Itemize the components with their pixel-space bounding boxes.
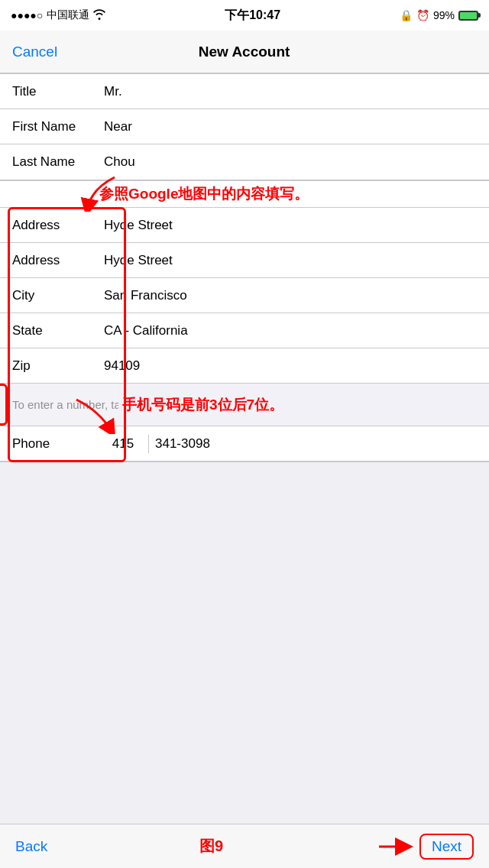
status-bar: ●●●●○ 中国联通 下午10:47 🔒 ⏰ 99%: [0, 0, 489, 31]
form-section-basic: Title Mr. First Name Near Last Name Chou: [0, 73, 489, 180]
bottom-bar: Back 图9 Next: [0, 824, 489, 868]
signal-dots: ●●●●○: [11, 9, 43, 21]
carrier: 中国联通: [47, 8, 89, 22]
battery-icon: [458, 11, 478, 21]
next-button[interactable]: Next: [419, 834, 474, 860]
status-right: 🔒 ⏰ 99%: [400, 9, 478, 21]
address2-row[interactable]: Address Hyde Street: [0, 243, 489, 278]
state-label: State: [12, 323, 104, 338]
zip-label: Zip: [12, 358, 104, 374]
phone-number: 341-3098: [155, 436, 210, 452]
google-maps-annotation: 参照Google地图中的内容填写。: [99, 186, 309, 202]
phone-label: Phone: [12, 436, 104, 452]
nav-title: New Account: [199, 44, 290, 60]
city-value: San Francisco: [104, 288, 477, 303]
address-section: Address Hyde Street Address Hyde Street …: [0, 207, 489, 462]
firstname-value: Near: [104, 119, 477, 134]
city-row[interactable]: City San Francisco: [0, 278, 489, 313]
lastname-row[interactable]: Last Name Chou: [0, 144, 489, 180]
lastname-label: Last Name: [12, 154, 104, 170]
status-time: 下午10:47: [225, 8, 280, 24]
phone-divider: [148, 435, 149, 453]
arrow-next: [375, 835, 413, 858]
firstname-row[interactable]: First Name Near: [0, 109, 489, 144]
state-row[interactable]: State CA - California: [0, 313, 489, 348]
phone-annotation: 手机号码是前3位后7位。: [122, 395, 283, 415]
address2-value: Hyde Street: [104, 253, 477, 268]
title-row[interactable]: Title Mr.: [0, 74, 489, 109]
title-label: Title: [12, 84, 104, 99]
nav-bar: Cancel New Account: [0, 31, 489, 73]
phone-row[interactable]: Phone 415 341-3098: [0, 426, 489, 462]
figure-label: 图9: [199, 836, 223, 857]
battery-percent: 99%: [433, 9, 455, 21]
phone-area-code: 415: [104, 436, 142, 452]
cancel-button[interactable]: Cancel: [12, 44, 57, 60]
lastname-value: Chou: [104, 154, 477, 170]
status-left: ●●●●○ 中国联通: [11, 8, 105, 22]
arrow-phone: [69, 396, 122, 434]
city-label: City: [12, 288, 104, 303]
address2-label: Address: [12, 253, 104, 268]
address1-value: Hyde Street: [104, 218, 477, 233]
wifi-icon: [93, 9, 105, 22]
address1-label: Address: [12, 218, 104, 233]
firstname-label: First Name: [12, 119, 104, 134]
zip-row[interactable]: Zip 94109: [0, 348, 489, 384]
state-value: CA - California: [104, 323, 477, 338]
title-value: Mr.: [104, 84, 477, 99]
back-button[interactable]: Back: [15, 838, 47, 855]
alarm-icon: ⏰: [416, 9, 429, 21]
address1-row[interactable]: Address Hyde Street: [0, 208, 489, 243]
lock-icon: 🔒: [400, 9, 413, 21]
address-form: Address Hyde Street Address Hyde Street …: [0, 207, 489, 462]
zip-value: 94109: [104, 358, 477, 374]
